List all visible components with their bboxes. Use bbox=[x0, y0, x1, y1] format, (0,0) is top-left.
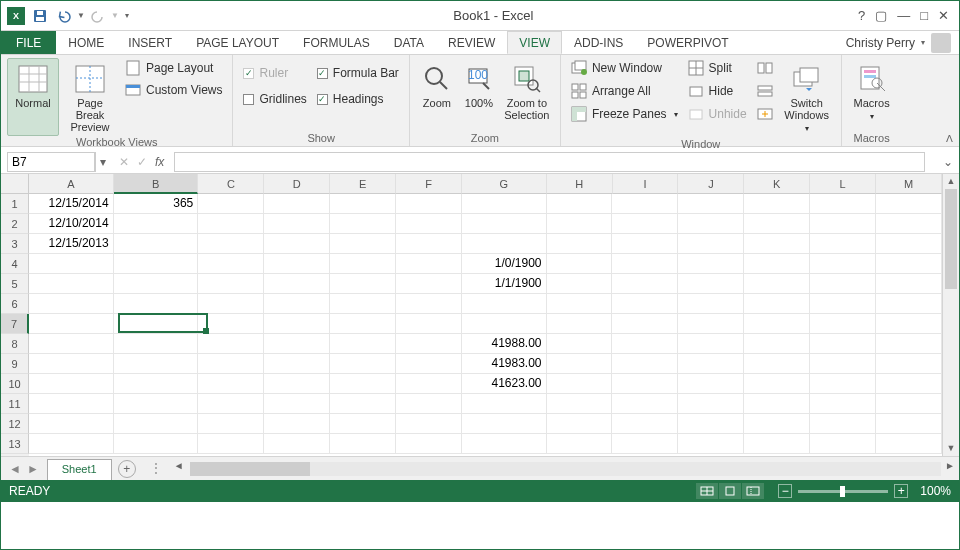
user-account[interactable]: Christy Perry ▾ bbox=[838, 31, 959, 54]
cell[interactable] bbox=[876, 394, 942, 414]
cell[interactable] bbox=[114, 214, 199, 234]
cell[interactable] bbox=[810, 214, 876, 234]
hide-button[interactable]: Hide bbox=[684, 81, 751, 101]
cell[interactable]: 1/0/1900 bbox=[462, 254, 547, 274]
cell[interactable] bbox=[876, 214, 942, 234]
cell[interactable] bbox=[547, 374, 613, 394]
cell[interactable] bbox=[462, 394, 547, 414]
cell[interactable] bbox=[810, 254, 876, 274]
cell[interactable] bbox=[876, 354, 942, 374]
cell[interactable] bbox=[264, 374, 330, 394]
cell[interactable] bbox=[198, 214, 264, 234]
sheet-nav[interactable]: ◄► bbox=[1, 457, 47, 480]
cell[interactable] bbox=[198, 434, 264, 454]
cell[interactable] bbox=[396, 254, 462, 274]
row-header[interactable]: 6 bbox=[1, 294, 29, 314]
name-box-dropdown[interactable]: ▾ bbox=[95, 152, 109, 172]
scroll-down-icon[interactable]: ▼ bbox=[943, 441, 959, 456]
cell[interactable] bbox=[744, 214, 810, 234]
cell[interactable] bbox=[396, 214, 462, 234]
cell[interactable] bbox=[114, 274, 199, 294]
cell[interactable] bbox=[330, 254, 396, 274]
cell[interactable] bbox=[547, 354, 613, 374]
custom-views-button[interactable]: Custom Views bbox=[121, 80, 226, 100]
cell[interactable] bbox=[198, 334, 264, 354]
cell[interactable] bbox=[876, 314, 942, 334]
cell[interactable] bbox=[678, 374, 744, 394]
cell[interactable] bbox=[876, 434, 942, 454]
select-all-corner[interactable] bbox=[1, 174, 29, 194]
fx-icon[interactable]: fx bbox=[155, 155, 164, 169]
horizontal-scrollbar[interactable]: ⋮ ◄ ► bbox=[150, 457, 959, 480]
cell[interactable] bbox=[330, 314, 396, 334]
cell[interactable] bbox=[462, 414, 547, 434]
cell[interactable] bbox=[744, 354, 810, 374]
row-header[interactable]: 10 bbox=[1, 374, 29, 394]
cell[interactable] bbox=[547, 294, 613, 314]
cell[interactable] bbox=[876, 294, 942, 314]
cell[interactable] bbox=[612, 214, 678, 234]
page-layout-shortcut[interactable] bbox=[719, 483, 741, 499]
tab-view[interactable]: VIEW bbox=[507, 31, 562, 54]
cell[interactable]: 12/15/2014 bbox=[29, 194, 114, 214]
cell[interactable] bbox=[744, 334, 810, 354]
redo-button[interactable] bbox=[87, 5, 109, 27]
gridlines-checkbox[interactable]: Gridlines bbox=[239, 90, 310, 108]
cell[interactable] bbox=[547, 214, 613, 234]
cell[interactable] bbox=[330, 354, 396, 374]
excel-app-icon[interactable]: X bbox=[5, 5, 27, 27]
scroll-thumb[interactable] bbox=[945, 189, 957, 289]
cell[interactable] bbox=[612, 334, 678, 354]
cell[interactable] bbox=[396, 334, 462, 354]
sync-scroll-button[interactable] bbox=[753, 83, 777, 103]
cell[interactable] bbox=[264, 234, 330, 254]
split-button[interactable]: Split bbox=[684, 58, 751, 78]
col-header[interactable]: A bbox=[29, 174, 114, 194]
cell[interactable] bbox=[612, 354, 678, 374]
col-header[interactable]: E bbox=[330, 174, 396, 194]
save-button[interactable] bbox=[29, 5, 51, 27]
cell[interactable] bbox=[678, 194, 744, 214]
col-header[interactable]: K bbox=[744, 174, 810, 194]
cell[interactable] bbox=[744, 274, 810, 294]
cell[interactable] bbox=[547, 194, 613, 214]
cell[interactable] bbox=[330, 434, 396, 454]
cell[interactable] bbox=[612, 234, 678, 254]
new-window-button[interactable]: New Window bbox=[567, 58, 682, 78]
cell[interactable] bbox=[744, 314, 810, 334]
tab-addins[interactable]: ADD-INS bbox=[562, 31, 635, 54]
headings-checkbox[interactable]: Headings bbox=[313, 90, 403, 108]
cell[interactable] bbox=[678, 214, 744, 234]
row-header[interactable]: 3 bbox=[1, 234, 29, 254]
cell[interactable] bbox=[678, 254, 744, 274]
cell[interactable] bbox=[462, 434, 547, 454]
cell[interactable] bbox=[198, 354, 264, 374]
col-header[interactable]: L bbox=[810, 174, 876, 194]
cell[interactable] bbox=[810, 394, 876, 414]
cell[interactable] bbox=[612, 414, 678, 434]
col-header[interactable]: M bbox=[876, 174, 942, 194]
macros-button[interactable]: Macros▾ bbox=[848, 58, 896, 132]
cell[interactable] bbox=[264, 354, 330, 374]
cell[interactable] bbox=[264, 314, 330, 334]
cell[interactable] bbox=[744, 414, 810, 434]
sheet-tab[interactable]: Sheet1 bbox=[47, 459, 112, 480]
tab-home[interactable]: HOME bbox=[56, 31, 116, 54]
add-sheet-button[interactable]: + bbox=[118, 460, 136, 478]
name-box[interactable]: B7 bbox=[7, 152, 95, 172]
cell[interactable] bbox=[330, 234, 396, 254]
col-header[interactable]: B bbox=[114, 174, 199, 194]
cell[interactable] bbox=[876, 254, 942, 274]
scroll-right-icon[interactable]: ► bbox=[945, 460, 955, 471]
cell[interactable] bbox=[198, 194, 264, 214]
cell[interactable] bbox=[198, 254, 264, 274]
cell[interactable] bbox=[114, 234, 199, 254]
zoom-level[interactable]: 100% bbox=[920, 484, 951, 498]
row-header[interactable]: 12 bbox=[1, 414, 29, 434]
cell[interactable]: 41983.00 bbox=[462, 354, 547, 374]
cell[interactable] bbox=[29, 354, 114, 374]
cell[interactable] bbox=[876, 274, 942, 294]
cell[interactable] bbox=[114, 414, 199, 434]
scroll-up-icon[interactable]: ▲ bbox=[943, 174, 959, 189]
cell[interactable] bbox=[547, 394, 613, 414]
